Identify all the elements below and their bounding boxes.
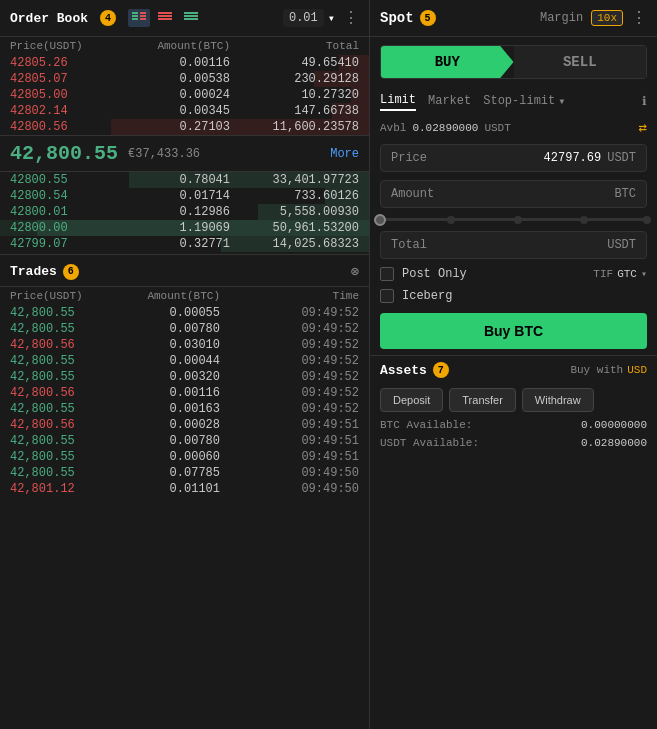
assets-badge: 7 — [433, 362, 449, 378]
btc-available-label: BTC Available: — [380, 419, 581, 431]
table-row: 42805.26 0.00116 49.65410 — [0, 55, 369, 71]
order-type-tabs: Limit Market Stop-limit ▾ ℹ — [370, 87, 657, 115]
table-row: 42800.55 0.78041 33,401.97723 — [0, 172, 369, 188]
slider-dot-50[interactable] — [514, 216, 522, 224]
trades-col-price: Price(USDT) — [10, 290, 110, 302]
btc-balance-row: BTC Available: 0.00000000 — [370, 416, 657, 434]
list-item: 42,800.55 0.07785 09:49:50 — [0, 465, 369, 481]
ob-both-sides-icon[interactable] — [128, 9, 150, 27]
right-panel: Spot 5 Margin 10x ⋮ BUY SELL Limit Marke… — [370, 0, 657, 729]
tif-control[interactable]: TIF GTC ▾ — [593, 268, 647, 280]
margin-link[interactable]: Margin — [540, 11, 583, 25]
usd-link[interactable]: USD — [627, 364, 647, 376]
list-item: 42,800.55 0.00320 09:49:52 — [0, 369, 369, 385]
ob-size-control[interactable]: 0.01 ▾ — [283, 9, 335, 27]
tif-chevron-icon[interactable]: ▾ — [641, 268, 647, 280]
tab-market[interactable]: Market — [428, 92, 471, 110]
amount-currency: BTC — [614, 187, 636, 201]
list-item: 42,800.55 0.00780 09:49:51 — [0, 433, 369, 449]
svg-rect-0 — [132, 12, 138, 14]
svg-rect-8 — [158, 18, 172, 20]
transfer-button[interactable]: Transfer — [449, 388, 516, 412]
list-item: 42,800.55 0.00044 09:49:52 — [0, 353, 369, 369]
iceberg-row: Iceberg — [370, 285, 657, 307]
buy-with-label: Buy with — [570, 364, 623, 376]
sell-tab[interactable]: SELL — [514, 46, 647, 78]
ob-sell-only-icon[interactable] — [154, 9, 176, 27]
assets-title: Assets — [380, 363, 427, 378]
iceberg-checkbox[interactable] — [380, 289, 394, 303]
usdt-available-label: USDT Available: — [380, 437, 581, 449]
ob-table-header: Price(USDT) Amount(BTC) Total — [0, 37, 369, 55]
table-row: 42802.14 0.00345 147.66738 — [0, 103, 369, 119]
post-only-row: Post Only TIF GTC ▾ — [370, 263, 657, 285]
ob-menu-icon[interactable]: ⋮ — [343, 8, 359, 28]
svg-rect-11 — [184, 18, 198, 20]
ob-col-total: Total — [230, 40, 359, 52]
total-currency: USDT — [607, 238, 636, 252]
trades-title: Trades — [10, 264, 57, 279]
total-label: Total — [391, 238, 607, 252]
iceberg-label: Iceberg — [402, 289, 452, 303]
slider-dot-25[interactable] — [447, 216, 455, 224]
spot-badge: 5 — [420, 10, 436, 26]
svg-rect-6 — [158, 12, 172, 14]
mid-price-eur: €37,433.36 — [128, 147, 200, 161]
svg-rect-10 — [184, 15, 198, 17]
ob-size-chevron[interactable]: ▾ — [328, 11, 335, 26]
list-item: 42,800.56 0.00028 09:49:51 — [0, 417, 369, 433]
post-only-checkbox[interactable] — [380, 267, 394, 281]
info-icon[interactable]: ℹ — [642, 94, 647, 109]
trades-header: Trades 6 ⊗ — [0, 257, 369, 287]
leverage-badge[interactable]: 10x — [591, 10, 623, 26]
list-item: 42,800.55 0.00163 09:49:52 — [0, 401, 369, 417]
buy-sell-tabs: BUY SELL — [380, 45, 647, 79]
tab-limit[interactable]: Limit — [380, 91, 416, 111]
list-item: 42,800.55 0.00060 09:49:51 — [0, 449, 369, 465]
price-label: Price — [391, 151, 544, 165]
avbl-swap-icon[interactable]: ⇄ — [639, 119, 647, 136]
spot-right-controls: Margin 10x ⋮ — [540, 8, 647, 28]
buy-orders: 42800.55 0.78041 33,401.97723 42800.54 0… — [0, 172, 369, 252]
svg-rect-5 — [140, 18, 146, 20]
avbl-currency: USDT — [484, 122, 510, 134]
trades-list: 42,800.55 0.00055 09:49:52 42,800.55 0.0… — [0, 305, 369, 497]
amount-slider-row[interactable] — [370, 212, 657, 227]
usdt-balance-row: USDT Available: 0.02890000 — [370, 434, 657, 452]
avbl-label: Avbl — [380, 122, 406, 134]
slider-track[interactable] — [380, 218, 647, 221]
table-row: 42805.07 0.00538 230.29128 — [0, 71, 369, 87]
price-currency: USDT — [607, 151, 636, 165]
buy-tab[interactable]: BUY — [381, 46, 514, 78]
price-banner: 42,800.55 €37,433.36 More — [0, 135, 369, 172]
amount-label: Amount — [391, 187, 608, 201]
more-link[interactable]: More — [330, 147, 359, 161]
deposit-button[interactable]: Deposit — [380, 388, 443, 412]
spot-menu-icon[interactable]: ⋮ — [631, 8, 647, 28]
total-row[interactable]: Total USDT — [380, 231, 647, 259]
trades-col-header: Price(USDT) Amount(BTC) Time — [0, 287, 369, 305]
slider-thumb[interactable] — [374, 214, 386, 226]
stop-limit-chevron: ▾ — [558, 94, 565, 109]
trades-close-icon[interactable]: ⊗ — [351, 263, 359, 280]
avbl-row: Avbl 0.02890000 USDT ⇄ — [370, 115, 657, 140]
ob-view-controls — [128, 9, 202, 27]
slider-dot-75[interactable] — [580, 216, 588, 224]
asset-actions: Deposit Transfer Withdraw — [370, 384, 657, 416]
tif-value: GTC — [617, 268, 637, 280]
withdraw-button[interactable]: Withdraw — [522, 388, 594, 412]
avbl-value: 0.02890000 — [412, 122, 478, 134]
assets-header: Assets 7 Buy with USD — [370, 355, 657, 384]
slider-dot-100[interactable] — [643, 216, 651, 224]
tab-stop-limit[interactable]: Stop-limit ▾ — [483, 94, 565, 109]
svg-rect-9 — [184, 12, 198, 14]
svg-rect-2 — [132, 15, 138, 17]
order-book-badge: 4 — [100, 10, 116, 26]
price-input-row[interactable]: Price 42797.69 USDT — [380, 144, 647, 172]
table-row: 42805.00 0.00024 10.27320 — [0, 87, 369, 103]
amount-input-row[interactable]: Amount BTC — [380, 180, 647, 208]
ob-buy-only-icon[interactable] — [180, 9, 202, 27]
buy-btc-button[interactable]: Buy BTC — [380, 313, 647, 349]
svg-rect-7 — [158, 15, 172, 17]
svg-rect-4 — [132, 18, 138, 20]
